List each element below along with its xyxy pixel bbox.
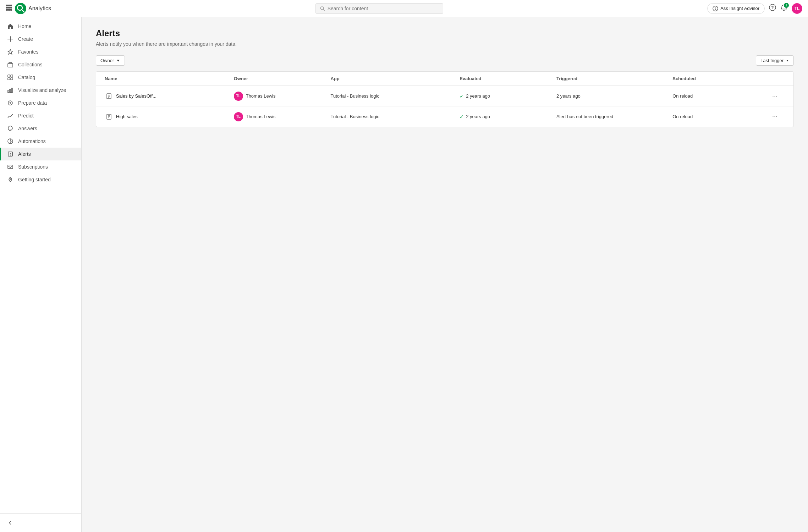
sidebar-item-subscriptions[interactable]: Subscriptions	[0, 160, 81, 173]
main-area: Home Create Favorites	[0, 17, 808, 532]
svg-rect-7	[8, 9, 10, 11]
row1-owner-cell: TL Thomas Lewis	[231, 87, 328, 106]
sidebar-item-collections[interactable]: Collections	[0, 58, 81, 71]
row1-triggered: 2 years ago	[556, 93, 581, 99]
sidebar-item-alerts[interactable]: Alerts	[0, 148, 81, 160]
row2-owner-name: Thomas Lewis	[246, 114, 276, 119]
collapse-icon	[7, 520, 14, 526]
svg-marker-18	[8, 49, 13, 54]
sidebar-label-getting-started: Getting started	[18, 177, 51, 182]
sidebar-label-prepare: Prepare data	[18, 100, 47, 106]
app-title: Analytics	[28, 5, 51, 12]
svg-rect-20	[8, 75, 10, 77]
top-bar-right: Ask Insight Advisor ? 1 TL	[707, 3, 802, 14]
insight-advisor-button[interactable]: Ask Insight Advisor	[707, 3, 765, 14]
sidebar-item-answers[interactable]: Answers	[0, 122, 81, 135]
row1-name[interactable]: Sales by SalesOff...	[116, 93, 156, 99]
sidebar-label-catalog: Catalog	[18, 75, 35, 80]
owner-filter-button[interactable]: Owner	[96, 55, 125, 66]
svg-rect-21	[11, 75, 13, 77]
sidebar-item-home[interactable]: Home	[0, 20, 81, 33]
row2-name[interactable]: High sales	[116, 114, 138, 119]
sidebar-label-favorites: Favorites	[18, 49, 39, 55]
svg-rect-26	[11, 88, 12, 93]
app-container: Analytics Ask Insight Advisor	[0, 0, 808, 532]
chevron-down-icon	[116, 59, 120, 63]
sidebar-label-create: Create	[18, 36, 33, 42]
svg-point-15	[715, 9, 716, 10]
home-icon	[7, 23, 14, 29]
row1-triggered-cell: 2 years ago	[554, 88, 670, 104]
sidebar-label-visualize: Visualize and analyze	[18, 87, 66, 93]
alerts-table: Name Owner App Evaluated Triggered Sched…	[96, 71, 794, 127]
sidebar-label-subscriptions: Subscriptions	[18, 164, 48, 170]
sidebar-label-answers: Answers	[18, 126, 37, 131]
last-trigger-button[interactable]: Last trigger	[756, 55, 794, 66]
sidebar-item-automations[interactable]: Automations	[0, 135, 81, 148]
sidebar-item-getting-started[interactable]: Getting started	[0, 173, 81, 186]
last-trigger-chevron-icon	[786, 59, 789, 62]
top-bar: Analytics Ask Insight Advisor	[0, 0, 808, 17]
row1-more-button[interactable]: ···	[769, 91, 780, 101]
table-row: High sales TL Thomas Lewis Tutorial - Bu…	[96, 106, 793, 127]
sidebar-item-predict[interactable]: Predict	[0, 109, 81, 122]
col-scheduled: Scheduled	[670, 72, 766, 86]
row1-scheduled: On reload	[672, 93, 693, 99]
grid-menu-icon[interactable]	[6, 4, 12, 12]
search-wrapper[interactable]	[315, 3, 443, 14]
answers-icon	[7, 126, 14, 131]
col-app: App	[328, 72, 457, 86]
col-name: Name	[102, 72, 231, 86]
svg-rect-0	[6, 5, 8, 6]
row2-name-cell: High sales	[102, 108, 231, 126]
row1-owner-avatar: TL	[234, 92, 243, 101]
sidebar-item-catalog[interactable]: Catalog	[0, 71, 81, 84]
help-icon[interactable]: ?	[769, 4, 776, 13]
table-header: Name Owner App Evaluated Triggered Sched…	[96, 72, 793, 86]
check-icon: ✓	[460, 93, 464, 99]
row2-scheduled-cell: On reload	[670, 109, 766, 124]
sidebar-item-visualize[interactable]: Visualize and analyze	[0, 84, 81, 97]
row1-owner-name: Thomas Lewis	[246, 93, 276, 99]
sidebar-item-create[interactable]: Create	[0, 33, 81, 45]
svg-point-34	[10, 179, 11, 180]
user-avatar[interactable]: TL	[792, 3, 802, 14]
svg-rect-24	[8, 90, 9, 93]
last-trigger-label: Last trigger	[760, 58, 784, 63]
alerts-icon	[7, 151, 14, 157]
owner-filter-label: Owner	[100, 58, 114, 63]
svg-text:?: ?	[771, 5, 774, 10]
sidebar-label-alerts: Alerts	[18, 151, 31, 157]
plus-icon	[7, 36, 14, 42]
row2-owner-avatar: TL	[234, 112, 243, 121]
qlik-logo[interactable]: Analytics	[15, 3, 51, 14]
svg-rect-19	[8, 64, 13, 67]
filter-left: Owner	[96, 55, 125, 66]
sidebar-nav: Home Create Favorites	[0, 17, 81, 513]
search-input[interactable]	[328, 6, 439, 11]
row1-app: Tutorial - Business logic	[330, 93, 379, 99]
table-row: Sales by SalesOff... TL Thomas Lewis Tut…	[96, 86, 793, 106]
row2-app: Tutorial - Business logic	[330, 114, 379, 119]
row1-evaluated: 2 years ago	[466, 93, 490, 99]
row1-actions-cell: ···	[766, 86, 788, 106]
automations-icon	[7, 138, 14, 144]
catalog-icon	[7, 75, 14, 80]
col-actions	[766, 72, 788, 86]
svg-point-32	[10, 155, 11, 155]
notification-badge: 1	[784, 3, 789, 8]
predict-icon	[7, 113, 14, 119]
filter-bar: Owner Last trigger	[96, 55, 794, 66]
svg-rect-22	[8, 78, 10, 80]
notifications-wrapper[interactable]: 1	[780, 4, 787, 12]
sidebar-bottom	[0, 513, 81, 532]
col-evaluated: Evaluated	[457, 72, 554, 86]
sidebar-collapse[interactable]	[0, 516, 81, 529]
row2-evaluated-cell: ✓ 2 years ago	[457, 109, 554, 125]
row2-triggered-cell: Alert has not been triggered	[554, 109, 670, 124]
row2-more-button[interactable]: ···	[769, 111, 780, 122]
check-icon-2: ✓	[460, 114, 464, 120]
row1-evaluated-cell: ✓ 2 years ago	[457, 88, 554, 104]
sidebar-item-favorites[interactable]: Favorites	[0, 45, 81, 58]
sidebar-item-prepare[interactable]: Prepare data	[0, 97, 81, 109]
